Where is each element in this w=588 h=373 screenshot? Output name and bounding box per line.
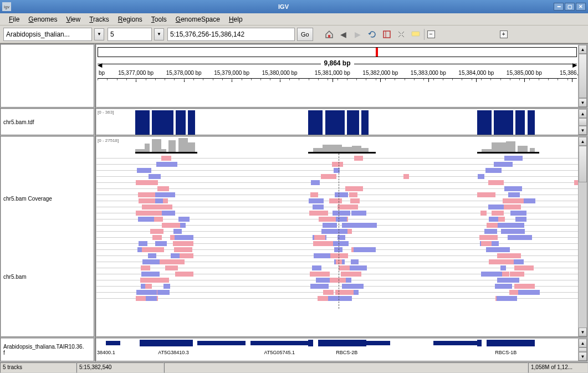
alignment-read[interactable] <box>314 235 325 240</box>
alignment-read[interactable] <box>341 272 361 277</box>
alignment-read[interactable] <box>178 217 190 222</box>
alignment-read[interactable] <box>509 223 524 228</box>
alignment-read[interactable] <box>479 235 498 240</box>
alignment-read[interactable] <box>335 192 348 197</box>
alignment-read[interactable] <box>342 223 364 228</box>
alignment-read[interactable] <box>332 296 352 301</box>
alignment-read[interactable] <box>309 198 324 203</box>
alignment-read[interactable] <box>148 253 156 258</box>
alignment-read[interactable] <box>155 241 167 246</box>
fit-icon[interactable] <box>395 28 407 40</box>
chromosome-overview[interactable] <box>98 47 577 57</box>
scroll-down-icon[interactable]: ▼ <box>579 126 587 135</box>
tdf-track[interactable]: [0 - 363] ▲ ▼ <box>95 108 588 136</box>
alignment-read[interactable] <box>350 265 367 270</box>
menu-genomes[interactable]: Genomes <box>24 14 62 24</box>
scroll-down-icon[interactable]: ▼ <box>579 352 587 361</box>
zoom-out-icon[interactable]: − <box>427 30 435 38</box>
alignment-read[interactable] <box>504 186 523 191</box>
gene-feature[interactable] <box>250 341 308 345</box>
scroll-up-icon[interactable]: ▲ <box>579 45 587 54</box>
alignment-read[interactable] <box>477 192 494 197</box>
alignment-read[interactable] <box>152 235 162 240</box>
gene-feature[interactable] <box>106 341 120 345</box>
gene-feature[interactable] <box>520 340 530 346</box>
alignment-read[interactable] <box>513 253 521 258</box>
alignment-read[interactable] <box>171 253 180 258</box>
alignment-read[interactable] <box>141 272 160 277</box>
genome-combo-arrow[interactable]: ▼ <box>94 28 104 40</box>
alignment-read[interactable] <box>508 229 525 234</box>
gene-feature[interactable] <box>433 341 477 345</box>
alignment-read[interactable] <box>510 272 524 277</box>
gene-feature[interactable] <box>352 340 361 346</box>
alignment-read[interactable] <box>313 272 330 277</box>
alignment-read[interactable] <box>489 259 495 264</box>
alignment-read[interactable] <box>157 186 169 191</box>
alignment-read[interactable] <box>313 241 334 246</box>
chromosome-combo[interactable]: 5 <box>108 28 152 41</box>
gene-feature[interactable] <box>366 341 390 345</box>
gene-feature[interactable] <box>140 340 159 346</box>
alignment-read[interactable] <box>329 278 346 283</box>
gene-track[interactable]: 38400.1AT5G38410.3AT5G05745.1RBCS-2BRBCS… <box>95 338 588 362</box>
alignment-read[interactable] <box>309 211 328 216</box>
menu-tools[interactable]: Tools <box>147 14 171 24</box>
alignment-read[interactable] <box>136 290 157 295</box>
alignment-read[interactable] <box>319 217 336 222</box>
alignment-read[interactable] <box>139 241 147 246</box>
alignment-read[interactable] <box>517 284 529 289</box>
alignment-read[interactable] <box>162 223 178 228</box>
alignment-read[interactable] <box>312 265 321 270</box>
alignment-read[interactable] <box>478 174 485 179</box>
alignment-read[interactable] <box>314 253 330 258</box>
minimize-button[interactable]: ━ <box>554 3 564 11</box>
alignment-read[interactable] <box>175 235 193 240</box>
gene-feature[interactable] <box>530 340 535 346</box>
genome-combo[interactable]: Arabidopsis_thalian... <box>3 28 92 41</box>
alignment-read[interactable] <box>161 156 171 161</box>
alignment-read[interactable] <box>495 284 512 289</box>
gene-track-label[interactable]: Arabidopsis_thaliana.TAIR10.36. f <box>0 338 95 362</box>
alignment-read[interactable] <box>500 265 507 270</box>
gene-feature[interactable] <box>159 340 183 346</box>
alignment-read[interactable] <box>488 205 504 210</box>
tdf-scrollbar[interactable]: ▲ ▼ <box>578 109 587 135</box>
alignment-read[interactable] <box>336 217 347 222</box>
alignment-read[interactable] <box>508 192 520 197</box>
alignment-read[interactable] <box>145 284 152 289</box>
home-icon[interactable] <box>323 28 335 40</box>
alignment-read[interactable] <box>318 296 328 301</box>
alignment-read[interactable] <box>156 162 177 167</box>
alignment-read[interactable] <box>333 211 350 216</box>
alignment-read[interactable] <box>310 192 318 197</box>
menu-file[interactable]: File <box>4 14 24 24</box>
alignment-read[interactable] <box>166 259 185 264</box>
alignment-read[interactable] <box>502 278 519 283</box>
tooltip-icon[interactable] <box>410 28 422 40</box>
alignment-read[interactable] <box>350 198 360 203</box>
menu-view[interactable]: View <box>62 14 85 24</box>
alignment-read[interactable] <box>313 205 324 210</box>
alignment-read[interactable] <box>155 192 165 197</box>
scroll-up-icon[interactable]: ▲ <box>579 109 587 118</box>
alignment-read[interactable] <box>485 168 502 173</box>
bam-scrollbar[interactable]: ▲ ▼ <box>578 137 587 336</box>
alignment-read[interactable] <box>497 296 505 301</box>
menu-help[interactable]: Help <box>224 14 247 24</box>
alignment-read[interactable] <box>146 296 156 301</box>
alignment-read[interactable] <box>140 278 162 283</box>
gene-feature[interactable] <box>197 341 246 345</box>
forward-icon[interactable]: ▶ <box>352 28 364 40</box>
alignment-read[interactable] <box>139 198 155 203</box>
alignment-read[interactable] <box>173 241 193 246</box>
alignment-read[interactable] <box>142 259 160 264</box>
alignment-read[interactable] <box>351 211 367 216</box>
location-input[interactable] <box>167 28 295 41</box>
alignment-read[interactable] <box>311 180 320 185</box>
scroll-down-icon[interactable]: ▼ <box>579 328 587 336</box>
close-button[interactable]: ✕ <box>576 3 586 11</box>
roi-icon[interactable] <box>381 28 393 40</box>
alignment-read[interactable] <box>481 241 492 246</box>
alignment-read[interactable] <box>488 180 504 185</box>
